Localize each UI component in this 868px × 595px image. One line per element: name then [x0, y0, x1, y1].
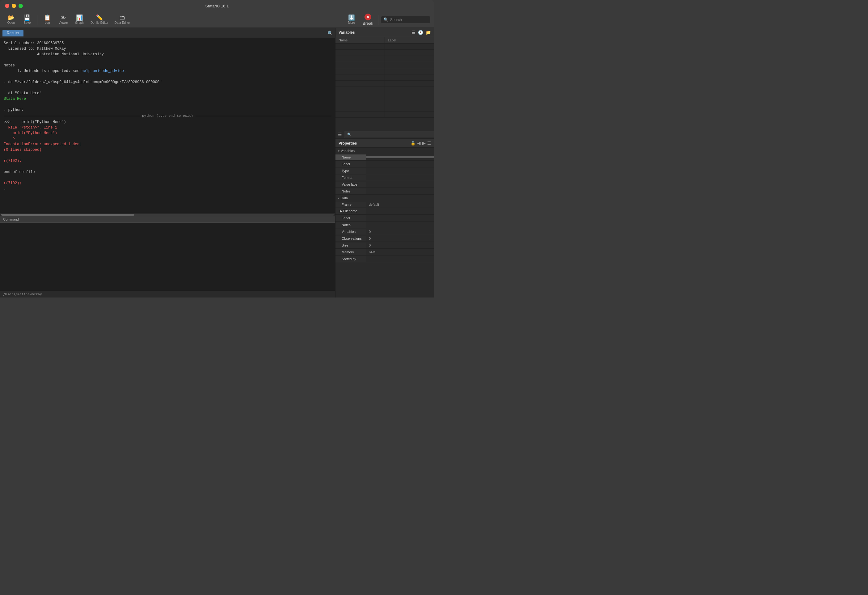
prop-val-size: 0	[366, 242, 434, 248]
window-title: Stata/IC 16.1	[205, 4, 229, 8]
output-line-red: File "<stdin>", line 1	[4, 125, 331, 130]
close-button[interactable]	[5, 4, 9, 8]
graph-button[interactable]: 📊 Graph	[72, 13, 87, 26]
output-line	[4, 57, 331, 63]
var-row[interactable]	[335, 56, 434, 62]
help-link[interactable]: help unicode_advice	[81, 69, 124, 73]
viewer-label: Viewer	[59, 21, 68, 24]
prop-row-datanotes[interactable]: Notes	[335, 221, 434, 228]
properties-prev-icon[interactable]: ◀	[417, 141, 421, 146]
h-scrollbar-thumb	[1, 214, 134, 216]
prop-val-valuelabel	[366, 183, 434, 185]
prop-row-sortedby[interactable]: Sorted by	[335, 255, 434, 262]
prop-row-frame[interactable]: Frame default	[335, 201, 434, 208]
prop-row-observations[interactable]: Observations 0	[335, 235, 434, 242]
var-row[interactable]	[335, 87, 434, 93]
prop-row-size[interactable]: Size 0	[335, 242, 434, 249]
maximize-button[interactable]	[19, 4, 23, 8]
prop-row-notes[interactable]: Notes	[335, 188, 434, 195]
variables-header: Variables ☰ 🕐 📁	[335, 28, 434, 37]
var-row[interactable]	[335, 93, 434, 99]
window-chrome: Stata/IC 16.1 📂 Open 💾 Save 📋 Log 👁 View…	[0, 0, 434, 28]
variables-col-name: Name	[335, 37, 385, 43]
search-box[interactable]: 🔍	[381, 16, 430, 23]
minimize-button[interactable]	[12, 4, 16, 8]
prop-row-type[interactable]: Type	[335, 167, 434, 174]
variables-filter-input[interactable]	[345, 131, 434, 137]
viewer-button[interactable]: 👁 Viewer	[56, 13, 71, 26]
h-scrollbar[interactable]	[1, 214, 334, 216]
output-line: Australian National University	[4, 52, 331, 57]
properties-next-icon[interactable]: ▶	[422, 141, 425, 146]
output-line: . python:	[4, 107, 331, 113]
output-line	[4, 175, 331, 180]
output-line-red: ^	[4, 136, 331, 142]
prop-row-valuelabel[interactable]: Value label	[335, 181, 434, 188]
left-panel: Results 🔍 Serial number: 301609639785 Li…	[0, 28, 335, 297]
search-input[interactable]	[390, 18, 427, 22]
prop-row-format[interactable]: Format	[335, 174, 434, 181]
prop-variables-section[interactable]: ▾ Variables	[335, 148, 434, 154]
var-row[interactable]	[335, 74, 434, 81]
prop-key-observations: Observations	[335, 236, 366, 241]
properties-content: ▾ Variables Name Label Type Format Val	[335, 148, 434, 297]
filter-icon[interactable]: ☰	[335, 131, 345, 138]
status-bar: /Users/matthewmckay	[0, 291, 335, 297]
command-label: Command	[0, 216, 335, 223]
log-button[interactable]: 📋 Log	[40, 13, 55, 26]
command-input-area[interactable]	[0, 223, 335, 291]
output-line-red: print("Python Here")	[4, 130, 331, 136]
var-row[interactable]	[335, 62, 434, 68]
prop-key-label: Label	[335, 161, 366, 167]
toolbar-separator-2	[378, 15, 378, 25]
save-label: Save	[24, 21, 31, 24]
var-row[interactable]	[335, 50, 434, 56]
prop-key-valuelabel: Value label	[335, 182, 366, 187]
main-content: Results 🔍 Serial number: 301609639785 Li…	[0, 28, 434, 297]
prop-row-datalabel[interactable]: Label	[335, 215, 434, 221]
properties-list-icon[interactable]: ☰	[427, 141, 431, 146]
output-line: >>> print("Python Here")	[4, 119, 331, 125]
variables-title: Variables	[338, 30, 355, 35]
var-row[interactable]	[335, 81, 434, 87]
prop-row-name[interactable]: Name	[335, 154, 434, 161]
traffic-lights	[5, 4, 23, 8]
dofile-button[interactable]: ✏️ Do-file Editor	[88, 13, 111, 26]
prop-data-section[interactable]: ▾ Data	[335, 195, 434, 201]
prop-key-size: Size	[335, 242, 366, 248]
prop-row-memory[interactable]: Memory 64M	[335, 249, 434, 255]
var-row[interactable]	[335, 99, 434, 105]
save-button[interactable]: 💾 Save	[20, 13, 35, 26]
output-line: Notes:	[4, 63, 331, 68]
var-row[interactable]	[335, 105, 434, 112]
variables-history-icon[interactable]: 🕐	[418, 30, 423, 35]
viewer-icon: 👁	[61, 15, 66, 21]
more-label: More	[348, 21, 355, 24]
prop-row-filename[interactable]: ▶ Filename	[335, 208, 434, 215]
toolbar: 📂 Open 💾 Save 📋 Log 👁 Viewer 📊 Graph ✏️ …	[0, 12, 434, 28]
prop-row-label[interactable]: Label	[335, 161, 434, 167]
prop-val-filename	[366, 210, 434, 212]
prop-val-name[interactable]	[366, 157, 434, 158]
results-scrollbar-area	[0, 213, 335, 216]
break-button[interactable]: ✕ Break	[360, 12, 376, 27]
output-line: Licensed to: Matthew McKay	[4, 46, 331, 52]
var-row[interactable]	[335, 112, 434, 118]
prop-key-format: Format	[335, 175, 366, 180]
variables-folder-icon[interactable]: 📁	[426, 30, 431, 35]
properties-header-icons: 🔒 ◀ ▶ ☰	[410, 141, 431, 146]
prop-val-observations: 0	[366, 236, 434, 241]
results-tab[interactable]: Results	[3, 30, 24, 37]
dofile-icon: ✏️	[96, 15, 103, 21]
results-search-icon[interactable]: 🔍	[328, 31, 333, 35]
dataeditor-button[interactable]: 🗃 Data Editor	[112, 13, 133, 26]
var-row[interactable]	[335, 68, 434, 74]
break-icon: ✕	[365, 13, 371, 21]
prop-variables-section-label: Variables	[341, 149, 354, 153]
more-button[interactable]: ⬇️ More	[344, 13, 359, 26]
variables-list-icon[interactable]: ☰	[412, 30, 415, 35]
var-row[interactable]	[335, 44, 434, 50]
prop-row-variables[interactable]: Variables 0	[335, 228, 434, 235]
properties-lock-icon[interactable]: 🔒	[410, 141, 415, 146]
open-button[interactable]: 📂 Open	[4, 13, 19, 26]
